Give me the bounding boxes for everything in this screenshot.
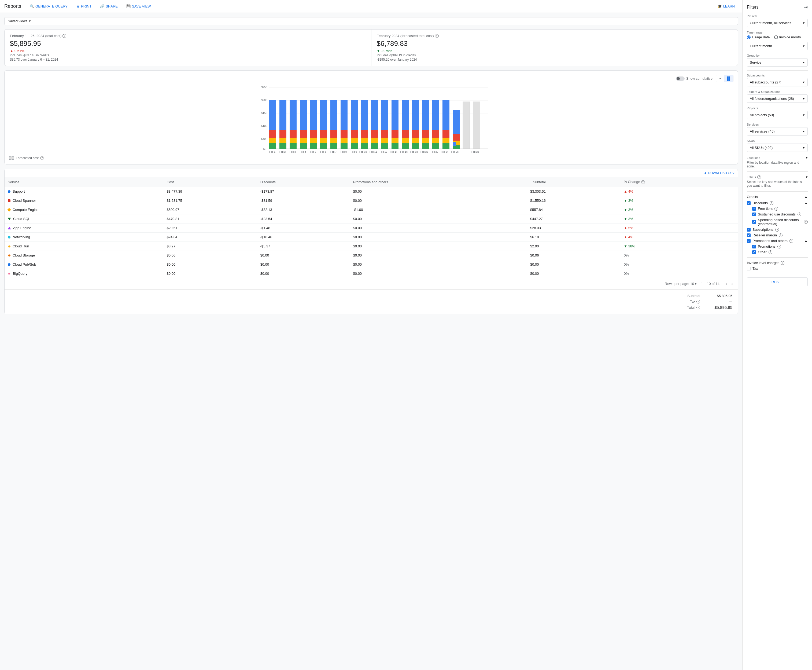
subtotal-cell: $0.06 <box>527 251 621 260</box>
time-period-dropdown[interactable]: Current month ▾ <box>747 42 808 50</box>
skus-dropdown[interactable]: All SKUs (402) ▾ <box>747 144 808 152</box>
svg-text:Feb 26: Feb 26 <box>451 151 459 153</box>
subtotal-cell: $2.90 <box>527 242 621 251</box>
invoice-charges-help-icon[interactable]: ? <box>781 261 784 265</box>
pct-cell: 0% <box>621 269 738 278</box>
pct-cell: ▼ 3% <box>621 214 738 223</box>
saved-views-dropdown[interactable]: Saved views ▾ <box>4 17 738 25</box>
svg-text:Feb 8: Feb 8 <box>341 151 347 153</box>
discounts-help-icon[interactable]: ? <box>770 201 773 205</box>
svg-rect-59 <box>382 100 388 130</box>
invoice-month-radio[interactable]: Invoice month <box>774 35 801 39</box>
line-chart-button[interactable]: 〰 <box>716 75 724 82</box>
time-range-section: Time range Usage date Invoice month Curr… <box>747 31 808 50</box>
chart-container: $250 $200 $150 $100 $50 $0 <box>9 84 733 154</box>
generate-query-button[interactable]: 🔍 GENERATE QUERY <box>27 3 71 10</box>
subaccounts-dropdown[interactable]: All subaccounts (27) ▾ <box>747 78 808 86</box>
svg-rect-74 <box>422 130 429 138</box>
other-checkbox[interactable]: Other ? <box>752 250 808 254</box>
prev-page-button[interactable]: ‹ <box>724 281 729 287</box>
table-row: Cloud SQL $470.81 -$23.54 $0.00 $447.27 … <box>5 214 738 223</box>
share-button[interactable]: 🔗 SHARE <box>97 3 121 10</box>
discounts-checkbox[interactable]: Discounts ? ▲ <box>747 201 808 205</box>
group-by-chevron-icon: ▾ <box>803 60 805 64</box>
rows-chevron-icon: ▾ <box>695 282 697 286</box>
service-cell: Support <box>5 187 163 196</box>
pagination-row: Rows per page: 10 ▾ 1 – 10 of 14 ‹ › <box>5 278 738 289</box>
services-dropdown[interactable]: All services (45) ▾ <box>747 127 808 135</box>
service-cell: ★BigQuery <box>5 269 163 278</box>
promotions-checkbox[interactable]: Promotions ? <box>752 244 808 249</box>
tax-label: Tax ? <box>690 299 700 303</box>
bar-chart-button[interactable]: ▐▌ <box>724 75 733 82</box>
subscriptions-checkbox[interactable]: Subscriptions ? <box>747 228 808 232</box>
tax-help-icon[interactable]: ? <box>696 300 700 303</box>
save-view-button[interactable]: 💾 SAVE VIEW <box>123 3 154 10</box>
sustained-use-help-icon[interactable]: ? <box>797 213 801 216</box>
free-tiers-checkbox[interactable]: Free tiers ? <box>752 206 808 211</box>
discounts-expand-icon[interactable]: ▲ <box>804 201 808 205</box>
folders-section: Folders & Organizations All folders/orga… <box>747 90 808 103</box>
promotions-others-label: Promotions and others <box>753 239 788 243</box>
collapse-sidebar-button[interactable]: ⇥ <box>804 4 808 10</box>
free-tiers-help-icon[interactable]: ? <box>775 207 778 211</box>
svg-text:Feb 18: Feb 18 <box>410 151 418 153</box>
tax-invoice-checkbox[interactable]: Tax <box>747 266 808 271</box>
svg-rect-67 <box>402 100 409 130</box>
svg-text:Feb 10: Feb 10 <box>360 151 367 153</box>
spending-based-help-icon[interactable]: ? <box>804 220 808 224</box>
learn-button[interactable]: 🎓 LEARN <box>714 3 738 10</box>
svg-rect-25 <box>300 138 307 143</box>
folders-dropdown[interactable]: All folders/organizations (28) ▾ <box>747 95 808 103</box>
pct-cell: ▲ 4% <box>621 233 738 242</box>
svg-rect-70 <box>412 130 419 138</box>
pct-change-help-icon[interactable]: ? <box>641 180 645 184</box>
promotions-others-expand-icon[interactable]: ▲ <box>804 239 808 243</box>
promotions-help-icon[interactable]: ? <box>777 245 781 249</box>
other-help-icon[interactable]: ? <box>768 250 772 254</box>
metric-help-icon-0[interactable]: ? <box>62 34 66 38</box>
svg-rect-51 <box>361 100 368 130</box>
promotions-others-help-icon[interactable]: ? <box>790 239 793 243</box>
subscriptions-label: Subscriptions <box>753 228 773 232</box>
forecasted-help-icon[interactable]: ? <box>40 156 44 160</box>
print-button[interactable]: 🖨 PRINT <box>73 3 95 10</box>
total-help-icon[interactable]: ? <box>696 306 700 310</box>
table-row: Cloud Spanner $1,631.75 -$81.59 $0.00 $1… <box>5 196 738 205</box>
reset-button[interactable]: RESET <box>747 277 808 286</box>
reseller-margin-help-icon[interactable]: ? <box>779 233 783 237</box>
labels-help-icon[interactable]: ? <box>757 175 761 179</box>
next-page-button[interactable]: › <box>730 281 734 287</box>
group-by-dropdown[interactable]: Service ▾ <box>747 58 808 66</box>
rows-per-page-select[interactable]: 10 ▾ <box>690 282 697 286</box>
locations-expand[interactable]: Locations ▾ <box>747 156 808 160</box>
usage-date-radio[interactable]: Usage date <box>747 35 770 39</box>
promotions-others-checkbox[interactable]: Promotions and others ? ▲ <box>747 239 808 243</box>
folders-label: Folders & Organizations <box>747 90 808 93</box>
spending-based-checkbox[interactable]: Spending based discounts (contractual) ? <box>752 218 808 226</box>
show-cumulative-toggle[interactable]: Show cumulative <box>676 76 712 81</box>
download-csv-button[interactable]: ⬇ DOWNLOAD CSV <box>704 171 734 175</box>
presets-dropdown[interactable]: Current month, all services ▾ <box>747 19 808 27</box>
reseller-margin-checkbox[interactable]: Reseller margin ? <box>747 233 808 237</box>
metric-help-icon-1[interactable]: ? <box>435 34 439 38</box>
metric-value-0: $5,895.95 <box>10 39 366 48</box>
service-cell: Cloud Pub/Sub <box>5 260 163 269</box>
svg-rect-55 <box>371 100 378 130</box>
svg-rect-76 <box>432 143 439 149</box>
metric-sub-0: includes -$337.45 in credits <box>10 53 366 57</box>
svg-text:$0: $0 <box>263 147 267 151</box>
metric-label-1: February 2024 (forecasted total cost) ? <box>377 34 733 38</box>
skus-section: SKUs All SKUs (402) ▾ <box>747 139 808 152</box>
sustained-use-checkbox[interactable]: Sustained use discounts ? <box>752 212 808 216</box>
subscriptions-help-icon[interactable]: ? <box>775 228 779 232</box>
credits-collapse-icon[interactable]: ▲ <box>804 195 808 199</box>
time-range-radio-group: Usage date Invoice month <box>747 35 808 39</box>
svg-rect-57 <box>382 138 388 143</box>
service-cell: Compute Engine <box>5 205 163 214</box>
projects-dropdown[interactable]: All projects (53) ▾ <box>747 111 808 119</box>
svg-rect-21 <box>290 138 297 143</box>
labels-expand[interactable]: Labels ? ▾ <box>747 175 808 179</box>
svg-rect-63 <box>392 100 398 130</box>
svg-text:Feb 5: Feb 5 <box>310 151 316 153</box>
